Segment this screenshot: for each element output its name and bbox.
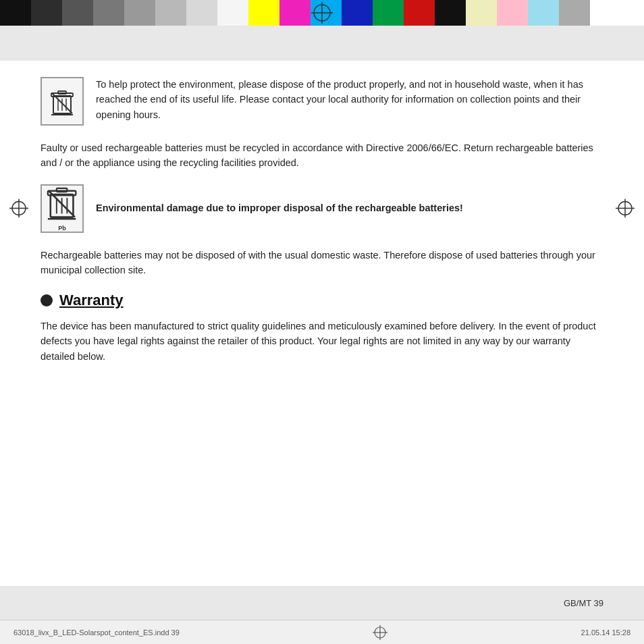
main-content: To help protect the environment, please … xyxy=(0,61,644,391)
left-crosshair xyxy=(9,199,28,220)
pb-label: Pb xyxy=(58,225,66,232)
warning-bold-text: Environmental damage due to improper dis… xyxy=(96,201,463,216)
footer-crosshair-container xyxy=(373,625,387,640)
warranty-title: Warranty xyxy=(59,292,124,309)
swatch-lightpink xyxy=(497,0,528,26)
color-bar xyxy=(0,0,644,26)
swatch-yellow xyxy=(248,0,279,26)
swatch-mid2 xyxy=(124,0,155,26)
swatch-lightgray xyxy=(559,0,590,26)
svg-rect-11 xyxy=(58,91,66,94)
battery-recycling-text: Faulty or used rechargeable batteries mu… xyxy=(41,140,603,171)
swatch-light1 xyxy=(155,0,186,26)
swatch-dark2 xyxy=(62,0,93,26)
warning-section: Pb Environmental damage due to improper … xyxy=(41,184,603,233)
swatch-red xyxy=(404,0,435,26)
footer-right-text: 21.05.14 15:28 xyxy=(581,628,630,637)
swatch-lightyellow xyxy=(466,0,497,26)
battery-warning-icon-box: Pb xyxy=(41,184,84,233)
svg-rect-19 xyxy=(57,188,68,192)
warranty-text: The device has been manufactured to stri… xyxy=(41,319,603,364)
swatch-magenta xyxy=(279,0,311,26)
swatch-white xyxy=(217,0,248,26)
swatch-light2 xyxy=(186,0,217,26)
weee-icon xyxy=(49,86,75,116)
battery-weee-icon xyxy=(45,186,78,224)
footer-left-text: 63018_livx_B_LED-Solarspot_content_ES.in… xyxy=(14,628,180,637)
swatch-green xyxy=(373,0,404,26)
footer-bar: 63018_livx_B_LED-Solarspot_content_ES.in… xyxy=(0,620,644,644)
warranty-header: Warranty xyxy=(41,292,603,309)
bottom-bar: GB/MT 39 xyxy=(0,586,644,620)
right-crosshair xyxy=(616,199,635,220)
top-band xyxy=(0,26,644,61)
batteries-disposal-text: Rechargeable batteries may not be dispos… xyxy=(41,248,603,278)
swatch-dark1 xyxy=(31,0,62,26)
top-crosshair xyxy=(311,2,333,24)
swatch-blue xyxy=(342,0,373,26)
swatch-black2 xyxy=(435,0,466,26)
page-info: GB/MT 39 xyxy=(564,598,603,608)
warranty-bullet xyxy=(41,294,53,306)
footer-crosshair-icon xyxy=(373,625,387,640)
swatch-mid1 xyxy=(93,0,124,26)
disposal-text: To help protect the environment, please … xyxy=(96,77,603,122)
swatch-lightblue xyxy=(528,0,559,26)
swatch-black xyxy=(0,0,31,26)
disposal-section: To help protect the environment, please … xyxy=(41,77,603,126)
disposal-icon-box xyxy=(41,77,84,126)
